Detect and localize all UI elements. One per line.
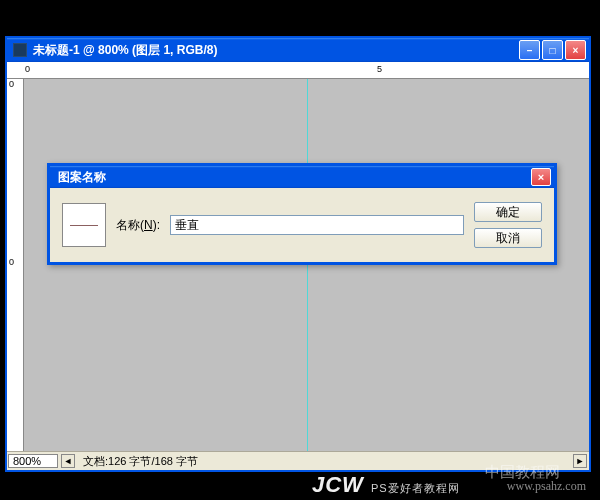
- ok-button[interactable]: 确定: [474, 202, 542, 222]
- horizontal-ruler[interactable]: 0 5: [7, 62, 589, 79]
- watermark-url: www.psahz.com: [507, 479, 586, 494]
- maximize-button[interactable]: □: [542, 40, 563, 60]
- watermark-logo: JCW PS爱好者教程网: [312, 472, 460, 498]
- dialog-close-button[interactable]: ×: [531, 168, 551, 186]
- window-titlebar[interactable]: 未标题-1 @ 800% (图层 1, RGB/8) – □ ×: [7, 38, 589, 62]
- minimize-button[interactable]: –: [519, 40, 540, 60]
- ruler-tick: 5: [377, 64, 382, 74]
- label-text: ):: [153, 218, 160, 232]
- dialog-buttons: 确定 取消: [474, 202, 542, 248]
- watermark-logo-text: JCW: [312, 472, 364, 497]
- zoom-input[interactable]: 800%: [8, 454, 58, 468]
- status-arrow-left[interactable]: ◄: [61, 454, 75, 468]
- workspace: 0 0: [7, 79, 589, 451]
- cancel-button[interactable]: 取消: [474, 228, 542, 248]
- close-button[interactable]: ×: [565, 40, 586, 60]
- ruler-tick: 0: [9, 79, 14, 89]
- dialog-title: 图案名称: [58, 169, 531, 186]
- window-title: 未标题-1 @ 800% (图层 1, RGB/8): [33, 42, 519, 59]
- window-controls: – □ ×: [519, 40, 586, 60]
- label-text: 名称(: [116, 218, 144, 232]
- canvas[interactable]: [24, 79, 589, 451]
- dialog-body: 名称(N): 确定 取消: [50, 188, 554, 262]
- name-input[interactable]: [170, 215, 464, 235]
- dialog-titlebar[interactable]: 图案名称 ×: [50, 166, 554, 188]
- pattern-preview: [62, 203, 106, 247]
- status-arrow-right[interactable]: ►: [573, 454, 587, 468]
- name-label: 名称(N):: [116, 217, 160, 234]
- watermark-sub: PS爱好者教程网: [371, 482, 460, 494]
- app-icon: [13, 43, 27, 57]
- label-hotkey: N: [144, 218, 153, 232]
- pattern-name-dialog: 图案名称 × 名称(N): 确定 取消: [47, 163, 557, 265]
- ruler-tick: 0: [9, 257, 14, 267]
- pattern-line-icon: [70, 225, 98, 226]
- vertical-ruler[interactable]: 0 0: [7, 79, 24, 451]
- ruler-tick: 0: [25, 64, 30, 74]
- vertical-guide[interactable]: [307, 79, 308, 451]
